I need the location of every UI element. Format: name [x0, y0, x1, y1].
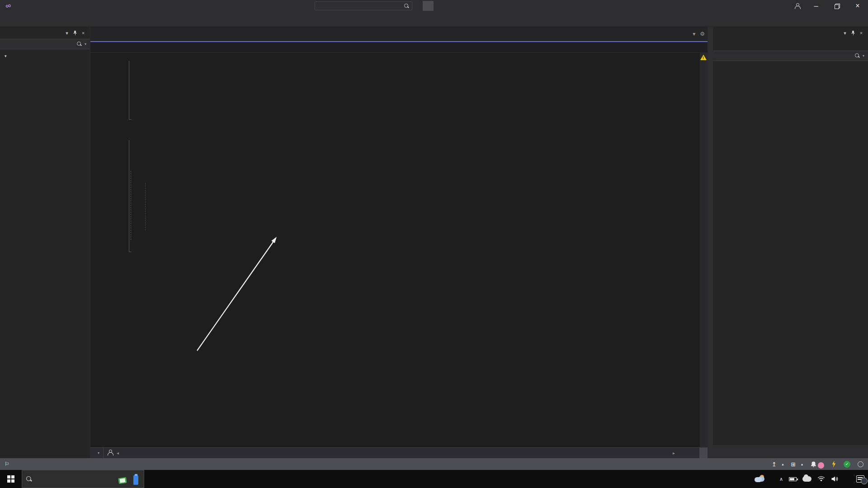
minimize-button[interactable]: ─: [806, 0, 826, 12]
chevron-down-icon[interactable]: ▾: [841, 30, 849, 36]
repository-icon: ⊞: [791, 461, 796, 468]
onedrive-icon[interactable]: [802, 476, 811, 482]
cloudy-weather-icon: [755, 475, 766, 483]
windows-logo-icon: [7, 475, 14, 483]
toolbox-search-input[interactable]: ▾: [0, 39, 90, 49]
chevron-down-icon[interactable]: ▾: [693, 31, 695, 37]
status-bar: ⚐ ↥ ▴ ⊞ ▴ ✓: [0, 458, 868, 470]
wifi-icon[interactable]: [817, 476, 825, 482]
action-center-icon[interactable]: [856, 475, 864, 483]
visual-studio-window: ∞ ─ × ▾ × ▾: [0, 0, 868, 488]
chevron-down-icon: ▾: [85, 42, 86, 46]
fold-region-line: [131, 171, 133, 240]
bell-icon: [810, 461, 817, 468]
code-editor[interactable]: [90, 53, 700, 447]
vertical-scrollbar[interactable]: [700, 53, 708, 447]
chevron-down-icon: ▾: [98, 451, 99, 455]
eol-indicator[interactable]: [699, 448, 708, 458]
action-center-badge: [861, 478, 868, 484]
space-indicator[interactable]: [691, 448, 699, 458]
solution-explorer-search-input[interactable]: ▾: [713, 51, 868, 61]
title-bar: ∞ ─ ×: [0, 0, 868, 12]
search-icon: [77, 42, 82, 47]
navigation-bar: [90, 42, 708, 53]
editor-status-strip: ▾ ◂ ▸: [90, 447, 708, 458]
close-icon[interactable]: ×: [79, 30, 87, 36]
flag-icon: ⚐: [5, 461, 9, 467]
battery-icon[interactable]: [789, 477, 797, 481]
toolbox-menu-icon[interactable]: ▾: [63, 30, 71, 36]
pin-icon[interactable]: [71, 30, 79, 36]
window-controls: ─ ×: [806, 0, 868, 12]
user-account-icon: [794, 3, 800, 9]
notification-count-badge: [818, 462, 824, 469]
standard-toolbar: [0, 12, 868, 27]
search-icon: [404, 4, 409, 9]
pin-icon[interactable]: [849, 30, 857, 36]
toolbox-group-general[interactable]: ▾: [0, 49, 90, 58]
start-button[interactable]: [0, 470, 22, 488]
close-icon[interactable]: ×: [857, 30, 865, 36]
feedback-icon[interactable]: [831, 461, 836, 468]
window-title: [423, 1, 434, 11]
system-tray: ∧: [755, 475, 868, 483]
sync-status-icon[interactable]: [858, 461, 863, 467]
search-doodle-image: [118, 474, 141, 486]
fold-region-line: [129, 61, 132, 120]
visual-studio-logo-icon: ∞: [5, 1, 12, 11]
chevron-down-icon: ▾: [863, 54, 864, 58]
notifications-button[interactable]: [810, 460, 824, 469]
weather-widget[interactable]: [755, 475, 774, 483]
windows-taskbar: ∧: [0, 470, 868, 488]
indent-guide: [145, 183, 146, 230]
panel-splitter[interactable]: [708, 27, 713, 458]
solution-explorer-panel: ▾ × ▾: [713, 27, 868, 458]
document-tab-strip: ▾ ⚙: [90, 27, 708, 41]
horizontal-scrollbar[interactable]: [119, 448, 673, 458]
close-button[interactable]: ×: [847, 0, 868, 12]
panel-bottom-tabs: [713, 445, 868, 458]
collapse-triangle-icon: ▾: [5, 54, 7, 58]
sign-in-button[interactable]: [791, 0, 800, 12]
select-repository-button[interactable]: ⊞ ▴: [791, 461, 803, 468]
restore-icon: [835, 4, 839, 8]
chevron-up-icon: ▴: [782, 462, 783, 466]
live-share-presence-icon[interactable]: [107, 450, 113, 457]
solution-explorer-toolbar: [713, 39, 868, 51]
chevron-up-icon: ▴: [801, 462, 803, 466]
search-icon: [855, 53, 860, 58]
add-to-source-control-button[interactable]: ↥ ▴: [772, 461, 784, 468]
scroll-right-icon[interactable]: ▸: [673, 450, 675, 455]
editor-group: ▾ ⚙ ▾ ◂ ▸: [90, 27, 708, 458]
toolbox-panel: ▾ × ▾ ▾: [0, 27, 90, 458]
quick-search-box[interactable]: [315, 1, 412, 10]
health-check-icon[interactable]: ✓: [844, 461, 850, 468]
search-icon: [26, 476, 32, 482]
zoom-select[interactable]: ▾: [90, 448, 104, 458]
warning-icon: [700, 55, 707, 60]
taskbar-search-input[interactable]: [22, 470, 144, 488]
restore-button[interactable]: [826, 0, 847, 12]
speaker-icon[interactable]: [831, 476, 839, 482]
hidden-icons-chevron[interactable]: ∧: [779, 476, 783, 482]
gear-icon[interactable]: ⚙: [700, 31, 705, 37]
upload-icon: ↥: [772, 461, 776, 468]
